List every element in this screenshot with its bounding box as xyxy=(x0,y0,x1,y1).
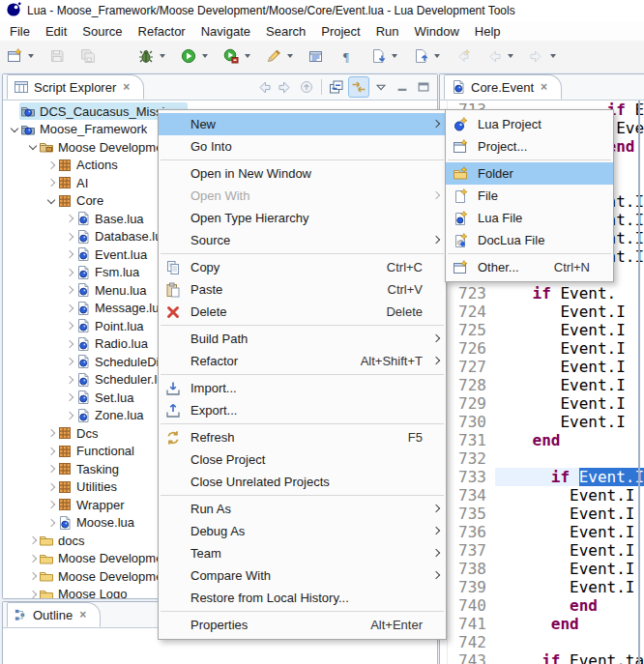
code-line-738[interactable]: 738 Event.I xyxy=(440,560,644,578)
expand-arrow-icon[interactable] xyxy=(28,554,38,563)
run-dropdown-arrow[interactable] xyxy=(202,54,208,58)
code-line-727[interactable]: 727 Event.I xyxy=(440,358,644,376)
menu-item-refactor[interactable]: RefactorAlt+Shift+T xyxy=(159,350,446,372)
expand-arrow-icon[interactable] xyxy=(65,339,74,349)
close-icon[interactable]: × xyxy=(123,80,130,94)
menu-item-source[interactable]: Source xyxy=(159,229,446,251)
code-line-739[interactable]: 739 Event.I xyxy=(440,578,644,596)
debug-icon[interactable] xyxy=(135,43,157,69)
code-line-736[interactable]: 736 Event.I xyxy=(440,523,644,541)
forward-dropdown-arrow[interactable] xyxy=(550,54,556,58)
code-line-737[interactable]: 737 Event.I xyxy=(440,541,644,560)
line-number[interactable]: 733 xyxy=(448,468,495,486)
collapse-arrow-icon[interactable] xyxy=(46,196,56,206)
back-dropdown-arrow[interactable] xyxy=(508,54,513,58)
code-line-742[interactable]: 742 xyxy=(440,633,644,651)
code-text[interactable]: Event.I xyxy=(495,413,644,431)
menu-item-new[interactable]: New xyxy=(159,113,446,135)
code-line-731[interactable]: 731 end xyxy=(440,431,644,449)
code-text[interactable]: end xyxy=(495,596,644,615)
code-line-740[interactable]: 740 end xyxy=(440,596,644,615)
code-text[interactable]: end xyxy=(495,431,644,449)
line-number[interactable]: 723 xyxy=(448,284,495,303)
line-number[interactable]: 739 xyxy=(448,578,495,596)
code-text[interactable] xyxy=(495,633,644,651)
tab-outline[interactable]: Outline × xyxy=(7,602,101,627)
menu-item-run-as[interactable]: Run As xyxy=(159,498,446,520)
line-number[interactable]: 740 xyxy=(448,596,495,615)
menu-item-close-unrelated-projects[interactable]: Close Unrelated Projects xyxy=(159,471,446,493)
line-number[interactable]: 732 xyxy=(448,449,495,468)
expand-arrow-icon[interactable] xyxy=(46,447,56,456)
code-text[interactable]: Event.I xyxy=(495,523,644,541)
menu-item-paste[interactable]: PasteCtrl+V xyxy=(159,278,446,301)
code-text[interactable]: Event.I xyxy=(495,560,644,578)
code-text[interactable]: Event.I xyxy=(495,486,644,505)
code-line-724[interactable]: 724 Event.I xyxy=(440,303,644,321)
code-line-726[interactable]: 726 Event.I xyxy=(440,339,644,358)
code-line-729[interactable]: 729 Event.I xyxy=(440,394,644,413)
tab-script-explorer[interactable]: Script Explorer × xyxy=(7,74,144,100)
menu-item-close-project[interactable]: Close Project xyxy=(159,448,446,471)
code-line-734[interactable]: 734 Event.I xyxy=(440,486,644,505)
line-number[interactable]: 738 xyxy=(448,560,495,578)
expand-arrow-icon[interactable] xyxy=(46,160,56,170)
code-text[interactable]: if Event. xyxy=(495,284,644,303)
menu-item-open-type-hierarchy[interactable]: Open Type Hierarchy xyxy=(159,207,446,229)
expand-arrow-icon[interactable] xyxy=(28,571,38,581)
expand-arrow-icon[interactable] xyxy=(46,464,56,474)
menu-item-compare-with[interactable]: Compare With xyxy=(159,564,446,587)
menu-item-folder[interactable]: Folder xyxy=(446,162,613,185)
code-text[interactable]: end xyxy=(495,615,644,633)
forward-icon[interactable] xyxy=(276,77,295,97)
menu-item-doclua-file[interactable]: @DocLua File xyxy=(446,229,613,251)
menu-file[interactable]: File xyxy=(2,22,38,41)
code-line-730[interactable]: 730 Event.I xyxy=(440,413,644,431)
coverage-dropdown-arrow[interactable] xyxy=(245,54,250,58)
expand-arrow-icon[interactable] xyxy=(65,321,74,331)
menu-item-debug-as[interactable]: Debug As xyxy=(159,520,446,542)
expand-arrow-icon[interactable] xyxy=(46,518,56,528)
code-text[interactable]: Event.I xyxy=(495,376,644,394)
code-text[interactable]: Event.I xyxy=(495,578,644,596)
expand-arrow-icon[interactable] xyxy=(65,411,74,420)
line-number[interactable]: 730 xyxy=(448,413,495,431)
highlighter-icon[interactable] xyxy=(263,43,284,69)
line-number[interactable]: 741 xyxy=(448,615,495,633)
menu-item-delete[interactable]: DeleteDelete xyxy=(159,301,446,323)
line-number[interactable]: 737 xyxy=(448,541,495,560)
expand-arrow-icon[interactable] xyxy=(65,232,74,242)
menu-item-open-with[interactable]: Open With xyxy=(159,185,446,207)
line-number[interactable]: 726 xyxy=(448,339,495,358)
close-icon[interactable]: × xyxy=(79,608,86,621)
code-line-743[interactable]: 743 if Event.ta xyxy=(440,651,644,664)
coverage-icon[interactable] xyxy=(220,43,242,69)
line-number[interactable]: 743 xyxy=(448,651,495,664)
menu-item-lua-file[interactable]: Lua File xyxy=(446,207,613,229)
expand-arrow-icon[interactable] xyxy=(65,214,74,223)
code-text[interactable]: if Event.ta xyxy=(495,651,644,664)
back-icon[interactable] xyxy=(254,77,274,97)
close-icon[interactable]: × xyxy=(541,80,547,94)
menu-item-import[interactable]: Import... xyxy=(159,377,446,399)
line-number[interactable]: 729 xyxy=(448,394,495,413)
run-icon[interactable] xyxy=(178,43,199,69)
menu-item-open-in-new-window[interactable]: Open in New Window xyxy=(159,162,446,185)
tab-core-event[interactable]: Core.Event × xyxy=(444,74,562,100)
code-text[interactable]: Event.I xyxy=(495,541,644,560)
debug-dropdown-arrow[interactable] xyxy=(160,54,165,58)
forward-icon[interactable] xyxy=(526,43,547,69)
menu-item-restore-from-local-history[interactable]: Restore from Local History... xyxy=(159,587,446,609)
menu-item-copy[interactable]: CopyCtrl+C xyxy=(159,256,446,278)
line-number[interactable]: 724 xyxy=(448,303,495,321)
code-text[interactable]: Event.I xyxy=(495,505,644,523)
prev-annotation-icon[interactable] xyxy=(410,43,431,69)
menu-item-team[interactable]: Team xyxy=(159,542,446,564)
new-wizard-dropdown-arrow[interactable] xyxy=(28,54,34,58)
expand-arrow-icon[interactable] xyxy=(28,590,38,598)
code-text[interactable]: Event.I xyxy=(495,339,644,358)
code-text[interactable]: Event.I xyxy=(495,394,644,413)
expand-arrow-icon[interactable] xyxy=(65,249,74,259)
code-line-735[interactable]: 735 Event.I xyxy=(440,505,644,523)
menu-edit[interactable]: Edit xyxy=(38,22,74,41)
